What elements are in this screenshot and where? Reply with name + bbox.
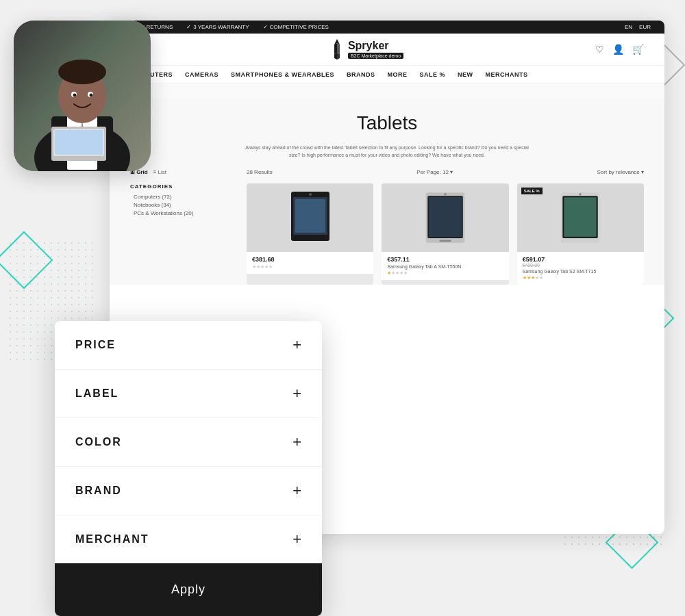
sidebar: ⊞ Grid ≡ List CATEGORIES Computers (72) …	[130, 169, 233, 285]
nav-sale[interactable]: SALE %	[420, 71, 446, 78]
filter-price[interactable]: PRICE +	[55, 321, 322, 370]
logo-text: Spryker	[348, 40, 403, 52]
filter-label-label: LABEL	[75, 387, 119, 400]
page-description: Always stay ahead of the crowd with the …	[243, 144, 531, 159]
navigation: COMPUTERS CAMERAS SMARTPHONES & WEARABLE…	[110, 66, 664, 84]
product-price-2: €357.11	[387, 256, 503, 263]
categories-title: CATEGORIES	[130, 183, 233, 190]
nav-smartphones[interactable]: SMARTPHONES & WEARABLES	[231, 71, 334, 78]
svg-point-9	[73, 94, 77, 97]
page-title-area: Tablets	[130, 99, 644, 144]
announcement-prices: ✓ COMPETITIVE PRICES	[263, 24, 329, 30]
hero-person-image	[14, 21, 151, 171]
category-pcs[interactable]: PCs & Workstations (20)	[130, 210, 233, 216]
product-stars-2: ★★★★★	[387, 270, 503, 276]
product-image-1	[247, 183, 373, 252]
svg-rect-22	[439, 240, 451, 242]
filter-panel: PRICE + LABEL + COLOR + BRAND + MERCHANT…	[55, 321, 322, 616]
nav-brands[interactable]: BRANDS	[347, 71, 375, 78]
header-icons: ♡ 👤 🛒	[595, 44, 644, 55]
filter-label[interactable]: LABEL +	[55, 370, 322, 418]
categories-section: CATEGORIES Computers (72) Notebooks (34)…	[130, 183, 233, 216]
svg-rect-26	[564, 198, 596, 237]
check-icon-3: ✓	[263, 24, 268, 30]
list-view-btn[interactable]: ≡ List	[153, 169, 166, 175]
product-name-3: Samsung Galaxy Tab S2 SM-T715	[523, 269, 638, 274]
products-grid: €381.68 ★★★★★	[247, 183, 644, 285]
filter-color[interactable]: COLOR +	[55, 418, 322, 467]
svg-point-21	[444, 193, 446, 195]
results-count: 28 Results	[247, 169, 273, 175]
svg-point-10	[90, 94, 93, 97]
logo-badge: B2C Marketplace demo	[348, 53, 403, 59]
logo-icon	[330, 39, 344, 60]
product-price-3: €591.07	[523, 256, 638, 263]
announcement-warranty: ✓ 3 YEARS WARRANTY	[186, 24, 249, 30]
page-title: Tablets	[130, 112, 644, 134]
filter-brand-label: BRAND	[75, 485, 122, 497]
category-notebooks[interactable]: Notebooks (34)	[130, 202, 233, 208]
svg-point-6	[58, 60, 106, 84]
products-toolbar: 28 Results Per Page: 12 ▾ Sort by releva…	[247, 169, 644, 175]
product-stars-1: ★★★★★	[252, 264, 368, 270]
nav-more[interactable]: MORE	[388, 71, 408, 78]
product-name-2: Samsung Galaxy Tab A SM-T550N	[387, 264, 503, 269]
svg-point-27	[580, 193, 582, 195]
filter-price-expand[interactable]: +	[292, 336, 301, 354]
nav-cameras[interactable]: CAMERAS	[185, 71, 219, 78]
svg-rect-13	[55, 130, 103, 155]
svg-rect-16	[295, 199, 325, 233]
svg-rect-20	[429, 197, 462, 237]
account-icon[interactable]: 👤	[612, 44, 624, 55]
sale-badge-3: SALE %	[521, 188, 543, 194]
filter-color-label: COLOR	[75, 436, 122, 448]
product-stars-3: ★★★★★	[523, 275, 638, 281]
site-header: 🔍 Spryker B2C Marketplace demo ♡ 👤	[110, 34, 664, 66]
filter-brand-expand[interactable]: +	[292, 482, 301, 500]
announcement-items: ✓ FREE RETURNS ✓ 3 YEARS WARRANTY ✓ COMP…	[123, 24, 329, 30]
page-content: Tablets Always stay ahead of the crowd w…	[110, 99, 664, 285]
wishlist-icon[interactable]: ♡	[595, 44, 604, 55]
announcement-bar: ✓ FREE RETURNS ✓ 3 YEARS WARRANTY ✓ COMP…	[110, 21, 664, 34]
nav-new[interactable]: NEW	[458, 71, 473, 78]
filter-brand[interactable]: BRAND +	[55, 467, 322, 515]
product-image-2	[382, 183, 508, 252]
product-old-price-3: €420.00	[523, 263, 638, 268]
product-info-3: €591.07 €420.00 Samsung Galaxy Tab S2 SM…	[517, 252, 644, 285]
category-computers[interactable]: Computers (72)	[130, 194, 233, 200]
filter-label-expand[interactable]: +	[292, 385, 301, 402]
content-layout: ⊞ Grid ≡ List CATEGORIES Computers (72) …	[130, 169, 644, 285]
product-card-3[interactable]: SALE % €591.07 €42	[517, 183, 644, 285]
per-page-label: Per Page: 12 ▾	[416, 169, 453, 175]
filter-merchant-label: MERCHANT	[75, 533, 149, 546]
svg-point-17	[309, 193, 312, 196]
apply-button[interactable]: Apply	[55, 563, 322, 616]
breadcrumb: Tablets	[110, 84, 664, 99]
product-info-1: €381.68 ★★★★★	[247, 252, 373, 274]
check-icon-2: ✓	[186, 24, 191, 30]
filter-price-label: PRICE	[75, 339, 116, 351]
cart-icon[interactable]: 🛒	[632, 44, 644, 55]
filter-color-expand[interactable]: +	[292, 433, 301, 451]
announcement-right: EN EUR	[625, 24, 651, 30]
filter-merchant-expand[interactable]: +	[292, 530, 301, 548]
product-info-2: €357.11 Samsung Galaxy Tab A SM-T550N ★★…	[382, 252, 508, 280]
product-price-1: €381.68	[252, 256, 368, 263]
sort-selector[interactable]: Sort by relevance ▾	[597, 169, 645, 175]
currency-selector[interactable]: EUR	[639, 24, 651, 30]
filter-merchant[interactable]: MERCHANT +	[55, 515, 322, 563]
product-card-1[interactable]: €381.68 ★★★★★	[247, 183, 373, 285]
nav-merchants[interactable]: MERCHANTS	[486, 71, 528, 78]
language-selector[interactable]: EN	[625, 24, 632, 30]
products-area: 28 Results Per Page: 12 ▾ Sort by releva…	[247, 169, 644, 285]
site-logo[interactable]: Spryker B2C Marketplace demo	[330, 39, 403, 60]
product-card-2[interactable]: €357.11 Samsung Galaxy Tab A SM-T550N ★★…	[382, 183, 508, 285]
